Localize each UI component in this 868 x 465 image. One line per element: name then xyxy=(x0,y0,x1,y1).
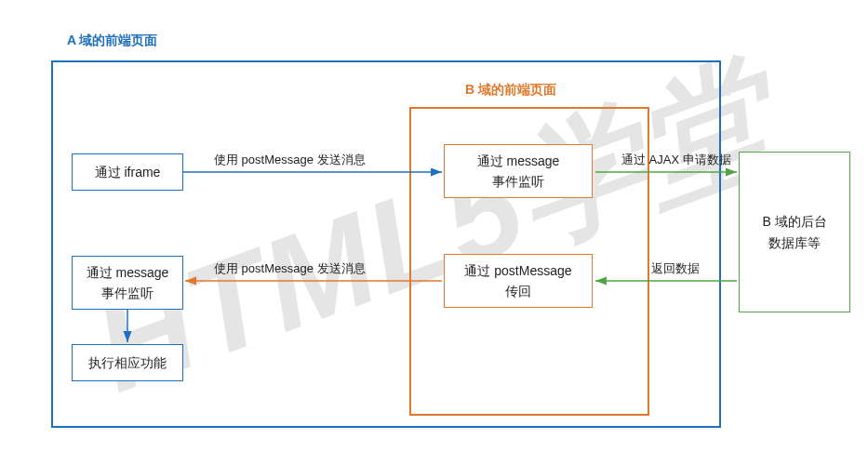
b-message-listen-l1: 通过 message xyxy=(477,153,560,168)
a-message-listen-l2: 事件监听 xyxy=(101,286,154,300)
domain-b-title: B 域的前端页面 xyxy=(465,82,556,99)
label-b-to-a: 使用 postMessage 发送消息 xyxy=(214,260,366,277)
a-exec-box: 执行相应功能 xyxy=(72,344,183,381)
a-iframe-box: 通过 iframe xyxy=(72,153,183,191)
a-iframe-label: 通过 iframe xyxy=(95,162,161,182)
domain-a-title: A 域的前端页面 xyxy=(67,33,157,49)
b-post-back-l2: 传回 xyxy=(505,284,531,299)
b-message-listen-box: 通过 message 事件监听 xyxy=(444,144,593,198)
label-backend-to-b: 返回数据 xyxy=(651,260,700,277)
domain-b-backend-box: B 域的后台 数据库等 xyxy=(739,152,850,312)
b-post-back-l1: 通过 postMessage xyxy=(464,263,571,278)
b-post-back-box: 通过 postMessage 传回 xyxy=(444,254,593,308)
backend-line1: B 域的后台 xyxy=(762,214,826,229)
label-b-to-backend: 通过 AJAX 申请数据 xyxy=(621,152,731,168)
label-a-to-b: 使用 postMessage 发送消息 xyxy=(214,152,366,168)
a-exec-label: 执行相应功能 xyxy=(88,352,167,373)
a-message-listen-box: 通过 message 事件监听 xyxy=(72,256,183,310)
a-message-listen-l1: 通过 message xyxy=(87,265,169,280)
backend-line2: 数据库等 xyxy=(768,235,821,250)
b-message-listen-l2: 事件监听 xyxy=(492,174,544,189)
